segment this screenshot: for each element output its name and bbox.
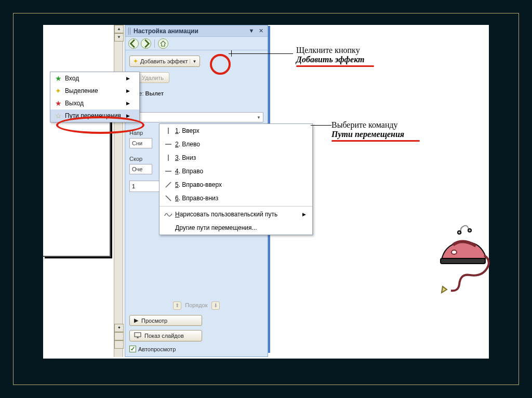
direction-combo[interactable]: Сни	[129, 138, 152, 148]
path-right-icon	[162, 168, 175, 174]
submenu-arrow-icon: ▶	[126, 76, 130, 81]
play-icon: ▶	[134, 317, 138, 324]
iron-clipart	[426, 223, 494, 296]
star-red-icon: ★	[52, 99, 64, 107]
submenu-label: 4. Вправо	[175, 168, 203, 175]
menu-item-label: Выход	[64, 100, 121, 107]
autopreview-checkbox[interactable]: ✓ Автопросмотр	[129, 346, 263, 352]
star-green-icon: ★	[52, 74, 64, 83]
star-icon: ✦	[133, 58, 138, 65]
nav-forward-button[interactable]	[141, 38, 151, 49]
scroll-down-button[interactable]: ▼	[114, 33, 124, 42]
autopreview-label: Автопросмотр	[138, 346, 176, 352]
submenu-label: 1. Вверх	[175, 127, 200, 134]
menu-item-label: Пути перемещения	[64, 112, 121, 119]
pane-title: Настройка анимации	[134, 28, 246, 35]
move-down-button[interactable]: ⬇	[211, 301, 220, 310]
submenu-label: Другие пути перемещения...	[175, 224, 257, 231]
menu-item-emphasis[interactable]: ✦ Выделение ▶	[50, 85, 139, 97]
submenu-item-down[interactable]: 3. Вниз	[159, 151, 312, 164]
submenu-label: 2. Влево	[175, 141, 200, 148]
submenu-label: Нарисовать пользовательский путь	[175, 211, 277, 218]
grip-icon	[128, 28, 131, 35]
callout-add-effect: Щелкните кнопку Добавить эффект	[296, 46, 400, 67]
svg-line-6	[166, 196, 171, 201]
submenu-item-up[interactable]: 1. Вверх	[159, 124, 312, 138]
menu-item-label: Выделение	[64, 87, 121, 94]
submenu-item-right[interactable]: 4. Вправо	[159, 164, 312, 178]
preview-label: Просмотр	[141, 318, 167, 324]
slideshow-button[interactable]: Показ слайдов	[129, 330, 202, 341]
motion-paths-submenu: 1. Вверх 2. Влево 3. Вниз 4. Вправо 5. В…	[159, 123, 313, 235]
path-diag-up-icon	[162, 181, 175, 188]
nav-back-button[interactable]	[128, 38, 139, 49]
submenu-item-more-paths[interactable]: Другие пути перемещения...	[159, 221, 312, 235]
menu-item-exit[interactable]: ★ Выход ▶	[50, 97, 139, 109]
menu-item-entrance[interactable]: ★ Вход ▶	[50, 72, 139, 85]
submenu-arrow-icon: ▶	[126, 101, 130, 106]
nav-button[interactable]	[114, 340, 124, 349]
seq-number: 1	[132, 183, 135, 189]
add-effect-menu: ★ Вход ▶ ✦ Выделение ▶ ★ Выход ▶ ☆ Пути …	[50, 72, 140, 122]
pane-nav	[125, 37, 268, 50]
nav-button[interactable]	[114, 332, 124, 340]
callout-line	[311, 125, 331, 126]
pane-close-button[interactable]: ✕	[257, 28, 264, 35]
svg-point-7	[458, 231, 461, 234]
path-up-icon	[162, 127, 175, 135]
svg-point-8	[468, 229, 471, 232]
pane-footer: ⬆ Порядок ⬇ ▶ Просмотр Показ слайдов ✓ А…	[129, 301, 263, 352]
svg-point-10	[451, 250, 457, 254]
submenu-label: 6. Вправо-вниз	[175, 195, 218, 202]
submenu-arrow-icon: ▶	[126, 88, 130, 93]
pane-header: Настройка анимации ▼ ✕	[125, 25, 268, 37]
checkbox-icon: ✓	[129, 346, 136, 352]
order-controls: ⬆ Порядок ⬇	[129, 301, 263, 310]
change-label: ение: Вылет	[129, 90, 263, 97]
star-outline-icon: ☆	[52, 112, 64, 120]
slideshow-label: Показ слайдов	[144, 333, 184, 339]
callout-tick	[231, 50, 232, 57]
submenu-item-custom-path[interactable]: Нарисовать пользовательский путь ▶	[159, 208, 312, 221]
speed-combo[interactable]: Оче	[129, 164, 152, 174]
slide-thumbnail-edge	[43, 106, 111, 257]
scribble-icon	[162, 211, 175, 218]
submenu-item-down-right[interactable]: 6. Вправо-вниз	[159, 191, 312, 205]
svg-line-5	[166, 182, 171, 187]
dropdown-arrow-icon: ▼	[190, 59, 196, 64]
path-diag-down-icon	[162, 195, 175, 202]
callout-line	[229, 53, 293, 54]
submenu-item-left[interactable]: 2. Влево	[159, 138, 312, 151]
scroll-up-button[interactable]: ▲	[114, 25, 124, 33]
nav-home-button[interactable]	[158, 38, 168, 49]
screen-icon	[134, 332, 141, 339]
pane-menu-dropdown[interactable]: ▼	[248, 28, 255, 35]
add-effect-label: Добавить эффект	[140, 58, 188, 64]
path-down-icon	[162, 154, 175, 162]
submenu-label: 5. Вправо-вверх	[175, 181, 222, 188]
star-yellow-icon: ✦	[52, 87, 64, 95]
add-effect-button[interactable]: ✦ Добавить эффект ▼	[129, 56, 200, 67]
menu-item-motion-paths[interactable]: ☆ Пути перемещения ▶	[50, 109, 139, 122]
svg-rect-9	[441, 258, 485, 264]
submenu-label: 3. Вниз	[175, 154, 196, 161]
move-up-button[interactable]: ⬆	[173, 301, 181, 310]
begin-label: ло:	[129, 104, 263, 110]
submenu-arrow-icon: ▶	[302, 212, 306, 217]
menu-item-label: Вход	[64, 75, 121, 82]
submenu-item-up-right[interactable]: 5. Вправо-вверх	[159, 178, 312, 191]
preview-button[interactable]: ▶ Просмотр	[129, 315, 202, 326]
svg-rect-0	[135, 333, 141, 337]
begin-combo[interactable]: ▼	[129, 112, 263, 122]
submenu-arrow-icon: ▶	[126, 113, 130, 118]
order-label: Порядок	[185, 302, 207, 308]
callout-motion-paths: Выберите команду Пути перемещения	[331, 120, 446, 142]
prev-slide-button[interactable]: ✦	[114, 324, 124, 332]
delete-label: Удалить	[142, 75, 164, 81]
path-left-icon	[162, 141, 175, 147]
